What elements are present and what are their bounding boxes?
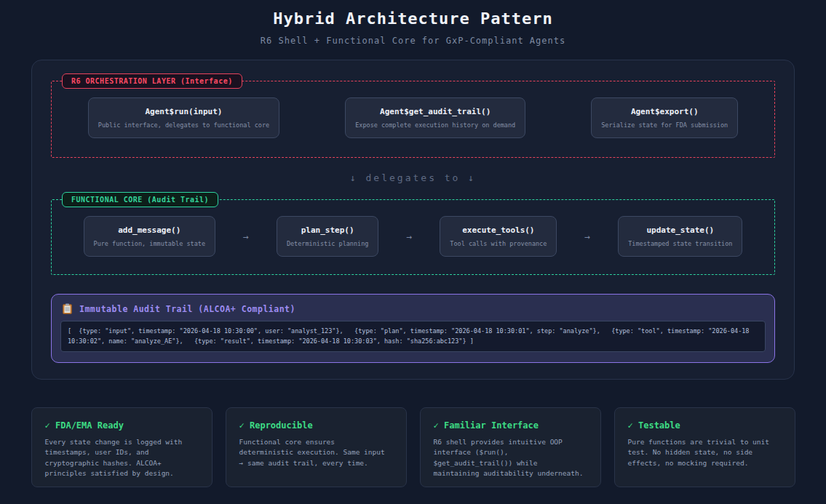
node-update-state: update_state() Timestamped state transit… bbox=[618, 216, 742, 257]
node-title: update_state() bbox=[628, 225, 732, 235]
node-title: plan_step() bbox=[287, 225, 369, 235]
benefit-card-title: ✓ Familiar Interface bbox=[434, 420, 587, 431]
node-agent-run: Agent$run(input) Public interface, deleg… bbox=[88, 97, 279, 138]
benefit-card-title: ✓ FDA/EMA Ready bbox=[45, 420, 199, 431]
benefit-title-text: Testable bbox=[638, 420, 680, 431]
node-agent-export: Agent$export() Serialize state for FDA s… bbox=[591, 97, 738, 138]
node-title: Agent$get_audit_trail() bbox=[355, 107, 515, 116]
node-add-message: add_message() Pure function, immutable s… bbox=[84, 216, 216, 257]
node-execute-tools: execute_tools() Tool calls with provenan… bbox=[440, 216, 557, 257]
orchestration-layer-label: R6 ORCHESTRATION LAYER (Interface) bbox=[62, 73, 242, 89]
functional-core-node-row: add_message() Pure function, immutable s… bbox=[52, 216, 774, 257]
check-icon: ✓ bbox=[45, 420, 50, 431]
orchestration-node-row: Agent$run(input) Public interface, deleg… bbox=[52, 97, 774, 138]
benefit-title-text: Reproducible bbox=[250, 420, 313, 431]
right-arrow-icon: → bbox=[406, 231, 412, 242]
benefit-title-text: FDA/EMA Ready bbox=[55, 420, 124, 431]
node-subtitle: Deterministic planning bbox=[287, 240, 369, 247]
benefit-card-testable: ✓ Testable Pure functions are trivial to… bbox=[614, 407, 795, 487]
right-arrow-icon: → bbox=[584, 231, 590, 242]
page-title: Hybrid Architecture Pattern bbox=[0, 9, 826, 28]
node-title: execute_tools() bbox=[450, 225, 547, 235]
benefit-cards-row: ✓ FDA/EMA Ready Every state change is lo… bbox=[31, 407, 795, 487]
benefit-card-title: ✓ Reproducible bbox=[239, 420, 393, 431]
page-subtitle: R6 Shell + Functional Core for GxP-Compl… bbox=[0, 36, 826, 46]
benefit-card-body: Functional core ensures deterministic ex… bbox=[239, 437, 393, 468]
delegates-to-text: ↓ delegates to ↓ bbox=[51, 172, 775, 183]
node-subtitle: Public interface, delegates to functiona… bbox=[98, 121, 269, 129]
page-header: Hybrid Architecture Pattern R6 Shell + F… bbox=[0, 0, 826, 46]
check-icon: ✓ bbox=[239, 420, 245, 431]
node-subtitle: Expose complete execution history on dem… bbox=[355, 121, 515, 129]
right-arrow-icon: → bbox=[243, 231, 249, 242]
benefit-card-reproducible: ✓ Reproducible Functional core ensures d… bbox=[226, 407, 407, 487]
node-subtitle: Timestamped state transition bbox=[628, 240, 732, 247]
functional-core-section: FUNCTIONAL CORE (Audit Trail) add_messag… bbox=[51, 199, 775, 275]
check-icon: ✓ bbox=[434, 420, 439, 431]
audit-trail-panel: Immutable Audit Trail (ALCOA+ Compliant)… bbox=[51, 294, 775, 363]
node-plan-step: plan_step() Deterministic planning bbox=[277, 216, 379, 257]
audit-trail-title: Immutable Audit Trail (ALCOA+ Compliant) bbox=[79, 304, 295, 314]
node-agent-get-audit-trail: Agent$get_audit_trail() Expose complete … bbox=[345, 97, 525, 138]
benefit-card-title: ✓ Testable bbox=[628, 420, 782, 431]
architecture-panel: R6 ORCHESTRATION LAYER (Interface) Agent… bbox=[31, 60, 795, 380]
clipboard-icon bbox=[63, 303, 72, 314]
node-title: Agent$export() bbox=[601, 107, 728, 116]
benefit-card-familiar-interface: ✓ Familiar Interface R6 shell provides i… bbox=[420, 407, 601, 487]
node-subtitle: Pure function, immutable state bbox=[94, 240, 206, 247]
node-subtitle: Serialize state for FDA submission bbox=[601, 121, 728, 129]
benefit-card-body: R6 shell provides intuitive OOP interfac… bbox=[434, 437, 587, 479]
node-title: Agent$run(input) bbox=[98, 107, 269, 116]
benefit-card-body: Pure functions are trivial to unit test.… bbox=[628, 437, 782, 468]
benefit-card-body: Every state change is logged with timest… bbox=[45, 437, 199, 479]
check-icon: ✓ bbox=[628, 420, 633, 431]
functional-core-label: FUNCTIONAL CORE (Audit Trail) bbox=[62, 192, 218, 207]
node-subtitle: Tool calls with provenance bbox=[450, 240, 547, 247]
orchestration-layer-section: R6 ORCHESTRATION LAYER (Interface) Agent… bbox=[51, 81, 775, 158]
audit-trail-header: Immutable Audit Trail (ALCOA+ Compliant) bbox=[63, 303, 766, 314]
audit-trail-log: [ {type: "input", timestamp: "2026-04-18… bbox=[60, 321, 766, 352]
benefit-card-fda-ema-ready: ✓ FDA/EMA Ready Every state change is lo… bbox=[31, 407, 213, 487]
benefit-title-text: Familiar Interface bbox=[444, 420, 539, 431]
node-title: add_message() bbox=[94, 225, 206, 235]
